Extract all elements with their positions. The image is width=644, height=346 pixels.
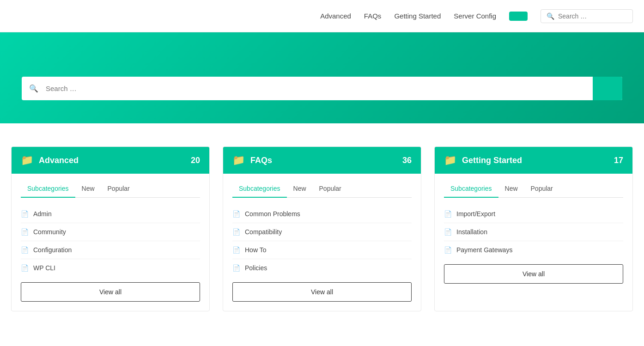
card-header: 📁 FAQs 36 xyxy=(223,147,421,174)
list-item-label: Admin xyxy=(33,210,52,218)
list-item[interactable]: 📄Import/Export xyxy=(444,205,623,223)
card-count: 36 xyxy=(402,156,412,165)
folder-icon: 📁 xyxy=(444,154,456,166)
hero-search-bar: 🔍 xyxy=(22,77,622,100)
main-content: 📁 Advanced 20 SubcategoriesNewPopular📄Ad… xyxy=(0,123,644,330)
tab-popular[interactable]: Popular xyxy=(524,181,559,198)
list-item-label: Payment Gateways xyxy=(456,246,512,254)
folder-open-icon: 📄 xyxy=(232,246,240,254)
list-item[interactable]: 📄Community xyxy=(21,223,200,241)
list-item[interactable]: 📄Payment Gateways xyxy=(444,241,623,259)
hero-search-icon: 🔍 xyxy=(22,77,46,100)
card-footer: View all xyxy=(435,259,632,293)
folder-open-icon: 📄 xyxy=(21,246,29,254)
card-list: 📄Admin📄Community📄Configuration📄WP CLI xyxy=(21,205,200,277)
card-title: Advanced xyxy=(39,156,79,165)
folder-open-icon: 📄 xyxy=(232,264,240,272)
card-header-left: 📁 FAQs xyxy=(232,154,272,166)
card-count: 17 xyxy=(614,156,623,165)
folder-icon: 📁 xyxy=(232,154,245,166)
card-footer: View all xyxy=(12,277,209,311)
card-body: SubcategoriesNewPopular📄Common Problems📄… xyxy=(223,174,421,277)
tab-new[interactable]: New xyxy=(287,181,313,198)
list-item[interactable]: 📄Installation xyxy=(444,223,623,241)
hero-search-input[interactable] xyxy=(46,77,593,100)
card-list: 📄Import/Export📄Installation📄Payment Gate… xyxy=(444,205,623,259)
card-title: Getting Started xyxy=(462,156,522,165)
card-list: 📄Common Problems📄Compatibility📄How To📄Po… xyxy=(232,205,412,277)
tab-new[interactable]: New xyxy=(75,181,101,198)
list-item-label: Installation xyxy=(456,228,487,236)
card-body: SubcategoriesNewPopular📄Import/Export📄In… xyxy=(435,174,632,259)
folder-icon: 📁 xyxy=(21,154,33,166)
nav-link-server-config[interactable]: Server Config xyxy=(454,12,496,20)
nav-link-advanced[interactable]: Advanced xyxy=(320,12,351,20)
list-item-label: Common Problems xyxy=(245,210,300,218)
card-header-left: 📁 Advanced xyxy=(21,154,79,166)
list-item-label: Community xyxy=(33,228,66,236)
list-item[interactable]: 📄Compatibility xyxy=(232,223,412,241)
list-item[interactable]: 📄WP CLI xyxy=(21,259,200,277)
list-item-label: Configuration xyxy=(33,246,72,254)
list-item-label: Compatibility xyxy=(245,228,282,236)
nav-link-getting-started[interactable]: Getting Started xyxy=(394,12,441,20)
tab-popular[interactable]: Popular xyxy=(101,181,136,198)
folder-open-icon: 📄 xyxy=(444,228,452,236)
contact-button[interactable] xyxy=(509,12,528,21)
folder-open-icon: 📄 xyxy=(21,264,29,272)
list-item[interactable]: 📄Configuration xyxy=(21,241,200,259)
folder-open-icon: 📄 xyxy=(444,210,452,218)
list-item[interactable]: 📄Admin xyxy=(21,205,200,223)
navbar-right: Advanced FAQs Getting Started Server Con… xyxy=(320,9,633,23)
folder-open-icon: 📄 xyxy=(21,210,29,218)
tab-popular[interactable]: Popular xyxy=(313,181,348,198)
folder-open-icon: 📄 xyxy=(444,246,452,254)
card-body: SubcategoriesNewPopular📄Admin📄Community📄… xyxy=(12,174,209,277)
view-all-button[interactable]: View all xyxy=(444,264,623,284)
folder-open-icon: 📄 xyxy=(21,228,29,236)
list-item-label: Import/Export xyxy=(456,210,495,218)
list-item[interactable]: 📄How To xyxy=(232,241,412,259)
nav-link-faqs[interactable]: FAQs xyxy=(364,12,382,20)
view-all-button[interactable]: View all xyxy=(232,282,412,302)
hero-search-button[interactable] xyxy=(593,77,622,100)
card-header-left: 📁 Getting Started xyxy=(444,154,522,166)
view-all-button[interactable]: View all xyxy=(21,282,200,302)
nav-search-bar: 🔍 xyxy=(541,9,633,23)
list-item[interactable]: 📄Common Problems xyxy=(232,205,412,223)
card-getting-started: 📁 Getting Started 17 SubcategoriesNewPop… xyxy=(434,146,633,311)
card-tabs: SubcategoriesNewPopular xyxy=(444,181,623,198)
tab-subcategories[interactable]: Subcategories xyxy=(232,181,287,198)
list-item-label: WP CLI xyxy=(33,264,55,272)
hero-section: 🔍 xyxy=(0,32,644,123)
card-tabs: SubcategoriesNewPopular xyxy=(21,181,200,198)
nav-search-input[interactable] xyxy=(558,12,627,20)
tab-new[interactable]: New xyxy=(498,181,524,198)
card-count: 20 xyxy=(191,156,200,165)
navbar: Advanced FAQs Getting Started Server Con… xyxy=(0,0,644,32)
list-item-label: How To xyxy=(245,246,266,254)
cards-grid: 📁 Advanced 20 SubcategoriesNewPopular📄Ad… xyxy=(11,146,633,311)
tab-subcategories[interactable]: Subcategories xyxy=(444,181,498,198)
card-header: 📁 Getting Started 17 xyxy=(435,147,632,174)
list-item-label: Policies xyxy=(245,264,267,272)
list-item[interactable]: 📄Policies xyxy=(232,259,412,277)
folder-open-icon: 📄 xyxy=(232,210,240,218)
card-footer: View all xyxy=(223,277,421,311)
card-title: FAQs xyxy=(250,156,272,165)
folder-open-icon: 📄 xyxy=(232,228,240,236)
tab-subcategories[interactable]: Subcategories xyxy=(21,181,75,198)
card-header: 📁 Advanced 20 xyxy=(12,147,209,174)
card-advanced: 📁 Advanced 20 SubcategoriesNewPopular📄Ad… xyxy=(11,146,210,311)
search-icon: 🔍 xyxy=(547,12,554,20)
card-faqs: 📁 FAQs 36 SubcategoriesNewPopular📄Common… xyxy=(223,146,421,311)
card-tabs: SubcategoriesNewPopular xyxy=(232,181,412,198)
